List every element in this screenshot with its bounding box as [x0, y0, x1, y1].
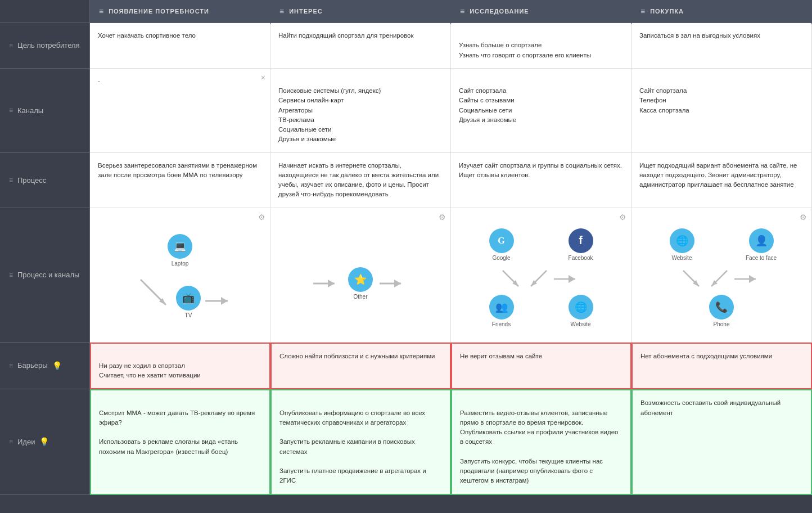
laptop-channel: 💻 Laptop	[168, 234, 192, 267]
google-icon: G	[489, 228, 514, 253]
arrow-right-3	[554, 271, 582, 287]
barrier-cell-2: Сложно найти поблизости и с нужными крит…	[270, 343, 451, 390]
arrow-diagonal-3a	[500, 268, 522, 290]
row-label-proc-channels: ≡ Процесс и каналы	[0, 208, 90, 343]
friends-icon: 👥	[489, 295, 514, 320]
hamburger-icon: ≡	[99, 7, 104, 16]
idea-cell-2: Опубликовать информацию о спортзале во в…	[270, 389, 451, 494]
row-label-ideas: ≡ Идеи 💡	[0, 389, 90, 494]
channels-cell-2: Поисковые системы (гугл, яндекс) Сервисы…	[270, 69, 451, 153]
facebook-icon: f	[569, 228, 593, 253]
header-col2: ≡ ИНТЕРЕС	[270, 0, 451, 23]
phone-channel: 📞 Phone	[709, 295, 734, 327]
face-to-face-channel: 👤 Face to face	[725, 228, 797, 261]
svg-marker-13	[569, 275, 575, 283]
row-label-channels: ≡ Каналы	[0, 69, 90, 153]
proc-channels-cell-4: ⚙ 🌐 Website 👤 Face to face	[631, 208, 812, 343]
idea-cell-1: Смотрит ММА - может давать ТВ-рекламу во…	[90, 389, 270, 494]
close-button[interactable]: ×	[261, 72, 265, 84]
proc-channels-cell-1: ⚙ 💻 Laptop 📺 TV	[90, 208, 270, 343]
gear-icon[interactable]: ⚙	[258, 213, 265, 222]
gear-icon[interactable]: ⚙	[800, 213, 807, 222]
laptop-icon: 💻	[168, 234, 192, 259]
arrow-diagonal-down	[138, 277, 172, 310]
arrow-right-4	[734, 271, 763, 287]
idea-cell-4: Возможность составить свой индивидуальны…	[631, 389, 812, 494]
barrier-cell-4: Нет абонемента с подходящими условиями	[631, 343, 812, 390]
barrier-cell-1: Ни разу не ходил в спортзал Считает, что…	[90, 343, 270, 390]
website-channel-4: 🌐 Website	[646, 228, 718, 261]
barrier-cell-3: Не верит отзывам на сайте	[451, 343, 631, 390]
gear-icon[interactable]: ⚙	[619, 213, 626, 222]
hamburger-icon: ≡	[640, 7, 646, 16]
process-cell-2: Начинает искать в интернете спортзалы, н…	[270, 153, 451, 208]
header-col3: ≡ ИССЛЕДОВАНИЕ	[451, 0, 631, 23]
gear-icon[interactable]: ⚙	[439, 213, 446, 222]
goal-cell-4: Записаться в зал на выгодных условиях	[631, 23, 812, 69]
arrow-diagonal-3b	[527, 268, 549, 290]
row-label-barriers: ≡ Барьеры 💡	[0, 343, 90, 390]
arrow-out-2	[380, 275, 408, 292]
channels-cell-3: Сайт спортзала Сайты с отзывами Социальн…	[451, 69, 631, 153]
arrow-diagonal-4a	[680, 268, 703, 290]
goal-cell-1: Хочет накачать спортивное тело	[90, 23, 270, 69]
hamburger-icon: ≡	[9, 42, 13, 50]
hamburger-icon: ≡	[9, 362, 13, 370]
other-channel: ⭐ Other	[348, 267, 373, 300]
arrow-in-2	[313, 275, 341, 292]
hamburger-icon: ≡	[9, 438, 13, 446]
tv-channel: 📺 TV	[176, 286, 201, 318]
process-cell-3: Изучает сайт спортзала и группы в социал…	[451, 153, 631, 208]
hamburger-icon: ≡	[9, 106, 13, 114]
svg-marker-19	[749, 275, 756, 283]
goal-cell-2: Найти подходящий спортзал для тренировок	[270, 23, 451, 69]
google-channel: G Google	[466, 228, 537, 261]
facebook-channel: f Facebook	[545, 228, 616, 261]
hamburger-icon: ≡	[460, 7, 465, 16]
svg-marker-3	[221, 297, 228, 305]
proc-channels-cell-2: ⚙ ⭐ Other	[270, 208, 451, 343]
header-col4: ≡ ПОКУПКА	[631, 0, 812, 23]
row-label-process: ≡ Процесс	[0, 153, 90, 208]
arrow-diagonal-4b	[707, 268, 730, 290]
goal-cell-3: Узнать больше о спортзале Узнать что гов…	[451, 23, 631, 69]
hamburger-icon: ≡	[9, 271, 13, 279]
bulb-icon: 💡	[39, 437, 49, 446]
hamburger-icon: ≡	[9, 176, 13, 184]
friends-channel: 👥 Friends	[466, 295, 537, 327]
hamburger-icon: ≡	[279, 7, 285, 16]
website-icon-3: 🌐	[569, 295, 593, 320]
tv-icon: 📺	[176, 286, 201, 310]
star-icon: ⭐	[348, 267, 373, 292]
website-icon-4: 🌐	[670, 228, 694, 253]
arrow-right-1	[205, 292, 233, 309]
process-cell-4: Ищет подходящий вариант абонемента на са…	[631, 153, 812, 208]
corner-cell	[0, 0, 90, 23]
bulb-icon: 💡	[52, 361, 62, 370]
website-channel-3: 🌐 Website	[545, 295, 616, 327]
phone-icon: 📞	[709, 295, 734, 320]
row-label-goal: ≡ Цель потребителя	[0, 23, 90, 69]
header-col1: ≡ ПОЯВЛЕНИЕ ПОТРЕБНОСТИ	[90, 0, 270, 23]
channels-cell-1: × -	[90, 69, 270, 153]
face-to-face-icon: 👤	[749, 228, 774, 253]
proc-channels-cell-3: ⚙ G Google f Facebook	[451, 208, 631, 343]
svg-marker-7	[394, 280, 401, 287]
idea-cell-3: Разместить видео-отзывы клиентов, записа…	[451, 389, 631, 494]
svg-marker-5	[328, 280, 335, 287]
channels-cell-4: Сайт спортзала Телефон Касса спортзала	[631, 69, 812, 153]
process-cell-1: Всерьез заинтересовался занятиями в трен…	[90, 153, 270, 208]
